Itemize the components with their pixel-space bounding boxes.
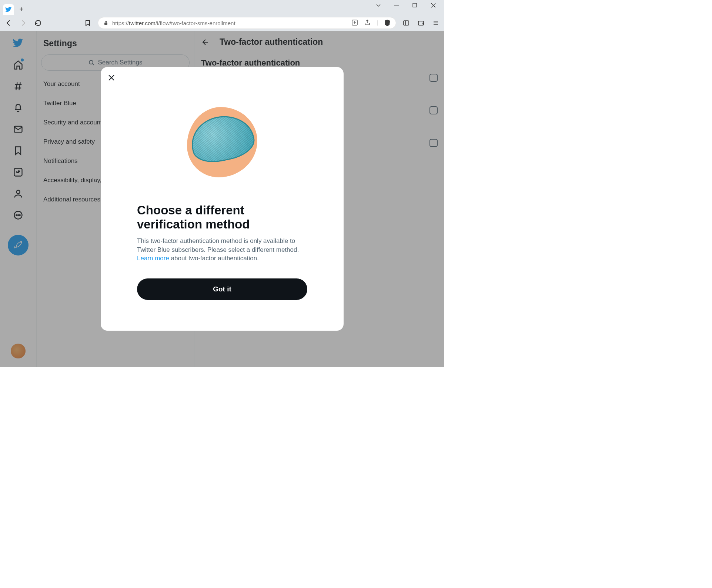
- modal-close-button[interactable]: [107, 74, 116, 82]
- illustration: [183, 103, 261, 181]
- reload-button[interactable]: [33, 18, 43, 28]
- bookmark-toolbar-button[interactable]: [83, 18, 93, 28]
- svg-rect-4: [104, 23, 107, 25]
- modal-learn-more-link[interactable]: Learn more: [137, 255, 169, 262]
- modal-body-text: This two-factor authentication method is…: [137, 237, 307, 263]
- modal-dialog: Choose a different verification method T…: [101, 67, 344, 331]
- svg-rect-6: [404, 21, 409, 25]
- wallet-button[interactable]: [416, 18, 426, 28]
- close-button[interactable]: [431, 3, 442, 8]
- sidebar-button[interactable]: [401, 18, 411, 28]
- share-icon[interactable]: [364, 19, 371, 27]
- lock-icon: [103, 20, 108, 26]
- maximize-button[interactable]: [412, 3, 424, 7]
- nav-back-button[interactable]: [4, 18, 13, 28]
- minimize-button[interactable]: [394, 3, 405, 8]
- modal-overlay: Choose a different verification method T…: [0, 31, 444, 367]
- svg-rect-1: [413, 3, 417, 7]
- menu-button[interactable]: [431, 18, 441, 28]
- url-text: https://twitter.com/i/flow/two-factor-sm…: [112, 20, 235, 26]
- url-bar[interactable]: https://twitter.com/i/flow/two-factor-sm…: [98, 17, 396, 29]
- modal-title: Choose a different verification method: [137, 203, 307, 231]
- browser-chrome: + ht: [0, 0, 444, 31]
- nav-forward-button: [19, 18, 28, 28]
- install-app-icon[interactable]: [351, 19, 358, 27]
- browser-tab[interactable]: [3, 4, 14, 15]
- modal-confirm-button[interactable]: Got it: [137, 278, 307, 300]
- close-icon: [107, 74, 116, 82]
- brave-shield-icon[interactable]: [384, 19, 391, 27]
- new-tab-button[interactable]: +: [16, 4, 27, 14]
- chevron-down-icon[interactable]: [375, 2, 387, 8]
- twitter-icon: [5, 6, 12, 13]
